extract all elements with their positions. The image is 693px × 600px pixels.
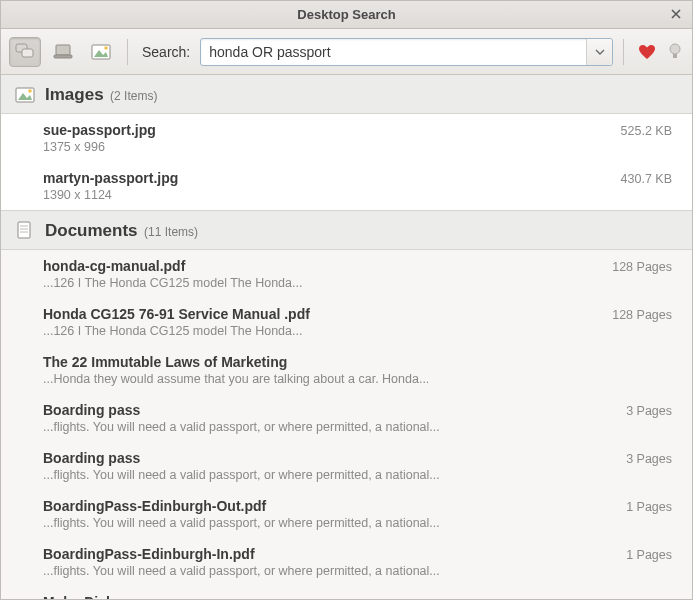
view-files-button[interactable] [47,37,79,67]
item-meta: 3 Pages [626,404,672,418]
result-item[interactable]: Moby-Dick...travel freely, and without a… [1,586,692,599]
svg-rect-1 [22,49,33,57]
result-item[interactable]: Boarding pass...flights. You will need a… [1,394,692,442]
toolbar-separator [623,39,624,65]
titlebar: Desktop Search [1,1,692,29]
favorites-button[interactable] [638,44,656,60]
view-all-button[interactable] [9,37,41,67]
item-subtitle: ...126 I The Honda CG125 model The Honda… [43,276,596,290]
item-subtitle: ...flights. You will need a valid passpo… [43,564,610,578]
svg-rect-8 [673,54,677,58]
toolbar-separator [127,39,128,65]
item-subtitle: ...flights. You will need a valid passpo… [43,516,610,530]
search-input[interactable] [201,39,586,65]
item-title: Moby-Dick [43,594,656,599]
item-meta: 430.7 KB [621,172,672,186]
item-subtitle: ...flights. You will need a valid passpo… [43,420,610,434]
window-title: Desktop Search [297,7,395,22]
item-title: BoardingPass-Edinburgh-In.pdf [43,546,610,562]
item-title: Boarding pass [43,402,610,418]
svg-point-11 [28,89,32,93]
heart-icon [638,44,656,60]
laptop-icon [53,44,73,60]
svg-rect-2 [56,45,70,55]
item-meta: 1 Pages [626,500,672,514]
item-subtitle: ...Honda they would assume that you are … [43,372,656,386]
result-item[interactable]: The 22 Immutable Laws of Marketing...Hon… [1,346,692,394]
item-subtitle: 1390 x 1124 [43,188,605,202]
svg-point-6 [104,46,108,50]
result-item[interactable]: Honda CG125 76-91 Service Manual .pdf...… [1,298,692,346]
results-pane[interactable]: Images (2 Items) sue-passport.jpg 1375 x… [1,75,692,599]
item-title: martyn-passport.jpg [43,170,605,186]
item-meta: 128 Pages [612,308,672,322]
documents-group-icon [15,221,35,241]
item-title: Honda CG125 76-91 Service Manual .pdf [43,306,596,322]
item-title: sue-passport.jpg [43,122,605,138]
lightbulb-icon [668,43,682,61]
group-header-images[interactable]: Images (2 Items) [1,75,692,114]
close-icon [671,9,681,19]
item-meta: 128 Pages [612,260,672,274]
group-count: (2 Items) [110,89,157,103]
result-item[interactable]: sue-passport.jpg 1375 x 996 525.2 KB [1,114,692,162]
result-item[interactable]: martyn-passport.jpg 1390 x 1124 430.7 KB [1,162,692,210]
svg-point-7 [670,44,680,54]
svg-rect-12 [18,222,30,238]
group-header-documents[interactable]: Documents (11 Items) [1,210,692,250]
item-subtitle: 1375 x 996 [43,140,605,154]
group-count: (11 Items) [144,225,198,239]
item-subtitle: ...126 I The Honda CG125 model The Honda… [43,324,596,338]
tips-button[interactable] [668,43,682,61]
result-item[interactable]: Boarding pass...flights. You will need a… [1,442,692,490]
group-title: Documents [45,221,138,240]
picture-icon [91,44,111,60]
chevron-down-icon [595,49,605,55]
view-images-button[interactable] [85,37,117,67]
search-label: Search: [142,44,190,60]
toolbar: Search: [1,29,692,75]
item-meta: 3 Pages [626,452,672,466]
item-meta: 525.2 KB [621,124,672,138]
item-subtitle: ...flights. You will need a valid passpo… [43,468,610,482]
result-item[interactable]: BoardingPass-Edinburgh-In.pdf...flights.… [1,538,692,586]
search-dropdown-button[interactable] [586,39,612,65]
search-field-wrap [200,38,613,66]
images-group-icon [15,85,35,105]
item-meta: 1 Pages [626,548,672,562]
speech-bubbles-icon [15,43,35,61]
result-item[interactable]: BoardingPass-Edinburgh-Out.pdf...flights… [1,490,692,538]
svg-rect-3 [54,55,72,58]
item-title: Boarding pass [43,450,610,466]
item-title: The 22 Immutable Laws of Marketing [43,354,656,370]
close-button[interactable] [668,6,684,22]
item-title: BoardingPass-Edinburgh-Out.pdf [43,498,610,514]
result-item[interactable]: honda-cg-manual.pdf...126 I The Honda CG… [1,250,692,298]
item-title: honda-cg-manual.pdf [43,258,596,274]
group-title: Images [45,85,104,104]
